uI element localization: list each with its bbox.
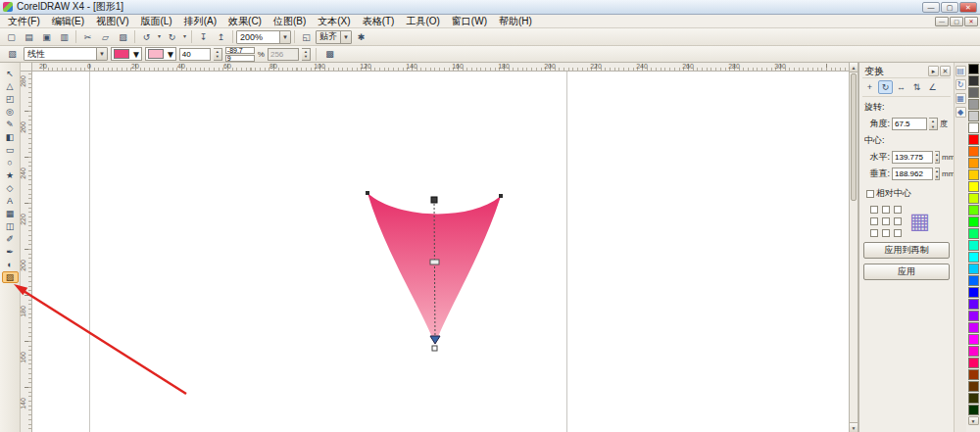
shape-tool[interactable]: △ bbox=[2, 80, 19, 92]
palette-color-18[interactable] bbox=[968, 275, 979, 286]
scale-mirror-tab[interactable]: ↔ bbox=[894, 80, 908, 94]
docker-tab-4[interactable]: ◆ bbox=[956, 107, 966, 118]
midpoint-spinner[interactable]: ▲▼ bbox=[214, 48, 222, 61]
size-tab[interactable]: ⇅ bbox=[909, 80, 924, 94]
snap-combo[interactable]: 贴齐 ▼ bbox=[316, 30, 352, 44]
export-button[interactable]: ↥ bbox=[213, 29, 229, 44]
fill-angle-input[interactable] bbox=[225, 47, 255, 54]
docker-tab-2[interactable]: ↻ bbox=[956, 79, 966, 90]
drawing-canvas[interactable] bbox=[32, 72, 849, 432]
anchor-checkbox-5[interactable] bbox=[894, 217, 902, 225]
doc-restore-button[interactable]: ▢ bbox=[950, 17, 963, 26]
snap-dropdown-icon[interactable]: ▼ bbox=[340, 31, 351, 43]
palette-color-7[interactable] bbox=[968, 146, 979, 157]
options-button[interactable]: ✱ bbox=[353, 29, 369, 44]
menu-item-10[interactable]: 窗口(W) bbox=[446, 15, 493, 27]
palette-color-23[interactable] bbox=[968, 334, 979, 345]
shape-path[interactable] bbox=[368, 193, 501, 345]
palette-color-16[interactable] bbox=[968, 252, 979, 263]
close-button[interactable]: ✕ bbox=[959, 2, 977, 13]
anchor-checkbox-1[interactable] bbox=[882, 206, 890, 214]
fill-from-color-combo[interactable]: ▼ bbox=[111, 47, 142, 61]
scroll-down-icon[interactable]: ▼ bbox=[850, 422, 858, 432]
ellipse-tool[interactable]: ○ bbox=[2, 157, 19, 168]
ruler-origin-corner[interactable] bbox=[21, 63, 32, 72]
palette-color-0[interactable] bbox=[968, 64, 979, 74]
rotate-tab[interactable]: ↻ bbox=[878, 80, 893, 94]
text-tool[interactable]: A bbox=[2, 195, 19, 207]
menu-item-5[interactable]: 效果(C) bbox=[222, 15, 268, 27]
new-button[interactable]: ▢ bbox=[3, 29, 20, 44]
interactive-blend-tool[interactable]: ◫ bbox=[2, 220, 19, 232]
freehand-tool[interactable]: ✎ bbox=[2, 119, 19, 130]
outline-pen-tool[interactable]: ✒ bbox=[2, 246, 19, 258]
redo-button[interactable]: ↻ bbox=[164, 29, 180, 44]
undo-button[interactable]: ↺ bbox=[138, 29, 155, 44]
palette-color-1[interactable] bbox=[968, 75, 979, 86]
gradient-midpoint-slider[interactable] bbox=[430, 260, 439, 264]
palette-color-21[interactable] bbox=[968, 311, 979, 321]
palette-color-24[interactable] bbox=[968, 346, 979, 357]
palette-color-6[interactable] bbox=[968, 134, 979, 145]
steps-spinner[interactable]: ▲▼ bbox=[302, 48, 311, 61]
menu-item-1[interactable]: 编辑(E) bbox=[46, 15, 90, 27]
docker-tab-1[interactable]: ▤ bbox=[956, 66, 966, 76]
palette-color-22[interactable] bbox=[968, 322, 979, 333]
doc-close-button[interactable]: ✕ bbox=[964, 17, 978, 26]
crop-tool[interactable]: ◰ bbox=[2, 93, 19, 105]
fountain-steps-input[interactable] bbox=[268, 48, 299, 61]
relative-center-checkbox[interactable] bbox=[866, 190, 874, 198]
docker-tab-3[interactable]: ▦ bbox=[956, 93, 966, 104]
palette-color-19[interactable] bbox=[968, 287, 979, 298]
palette-color-13[interactable] bbox=[968, 216, 979, 227]
copy-button[interactable]: ▱ bbox=[97, 29, 114, 44]
fill-midpoint-input[interactable] bbox=[179, 48, 211, 61]
scrollbar-thumb[interactable] bbox=[851, 73, 857, 201]
zoom-dropdown-icon[interactable]: ▼ bbox=[279, 31, 290, 43]
vertical-spinner[interactable]: ▲▼ bbox=[935, 168, 940, 180]
fill-tool[interactable]: ◐ bbox=[2, 259, 19, 270]
h-ruler[interactable]: 2002040608010012014016018020022024026028… bbox=[32, 63, 849, 72]
angle-spinner[interactable]: ▲▼ bbox=[929, 118, 938, 130]
basic-shapes-tool[interactable]: ◇ bbox=[2, 182, 19, 194]
save-button[interactable]: ▣ bbox=[38, 29, 55, 44]
menu-item-6[interactable]: 位图(B) bbox=[268, 15, 312, 27]
palette-color-14[interactable] bbox=[968, 228, 979, 239]
scroll-up-icon[interactable]: ▲ bbox=[850, 63, 858, 72]
shape-node-left[interactable] bbox=[366, 191, 369, 195]
zoom-level-combo[interactable]: 200% ▼ bbox=[236, 30, 291, 44]
palette-color-28[interactable] bbox=[968, 393, 979, 404]
apply-button[interactable]: 应用 bbox=[863, 264, 950, 280]
polygon-tool[interactable]: ★ bbox=[2, 169, 19, 181]
anchor-checkbox-4[interactable] bbox=[882, 217, 890, 225]
menu-item-0[interactable]: 文件(F) bbox=[2, 15, 46, 27]
fill-from-dropdown-icon[interactable]: ▼ bbox=[131, 49, 141, 60]
angle-input[interactable] bbox=[892, 118, 927, 130]
zoom-tool[interactable]: ◎ bbox=[2, 106, 19, 118]
shape-node-right[interactable] bbox=[499, 194, 503, 198]
palette-color-3[interactable] bbox=[968, 99, 979, 110]
cut-button[interactable]: ✂ bbox=[79, 29, 96, 44]
palette-color-11[interactable] bbox=[968, 193, 979, 204]
palette-color-29[interactable] bbox=[968, 405, 979, 415]
undo-button-dropdown-icon[interactable]: ▾ bbox=[156, 29, 163, 44]
skew-tab[interactable]: ∠ bbox=[925, 80, 940, 94]
fill-type-combo[interactable]: 线性 ▼ bbox=[24, 47, 108, 61]
palette-scroll-down-icon[interactable]: ▼ bbox=[968, 416, 979, 425]
palette-color-26[interactable] bbox=[968, 369, 979, 380]
v-ruler[interactable]: 280260240220200180160140 bbox=[21, 72, 32, 432]
import-button[interactable]: ↧ bbox=[195, 29, 212, 44]
docker-close-icon[interactable]: ✕ bbox=[940, 66, 951, 76]
copy-fill-properties-button[interactable]: ▩ bbox=[321, 47, 338, 62]
anchor-checkbox-7[interactable] bbox=[882, 229, 890, 237]
gradient-end-node[interactable] bbox=[432, 346, 437, 351]
interactive-fill-tool[interactable]: ▨ bbox=[2, 271, 19, 283]
fill-to-dropdown-icon[interactable]: ▼ bbox=[166, 49, 175, 60]
anchor-checkbox-6[interactable] bbox=[870, 229, 878, 237]
anchor-checkbox-0[interactable] bbox=[870, 206, 878, 214]
open-button[interactable]: ▤ bbox=[21, 29, 37, 44]
fill-to-color-combo[interactable]: ▼ bbox=[145, 47, 176, 61]
smart-fill-tool[interactable]: ◧ bbox=[2, 131, 19, 143]
vertical-input[interactable] bbox=[892, 168, 933, 180]
palette-color-17[interactable] bbox=[968, 264, 979, 274]
